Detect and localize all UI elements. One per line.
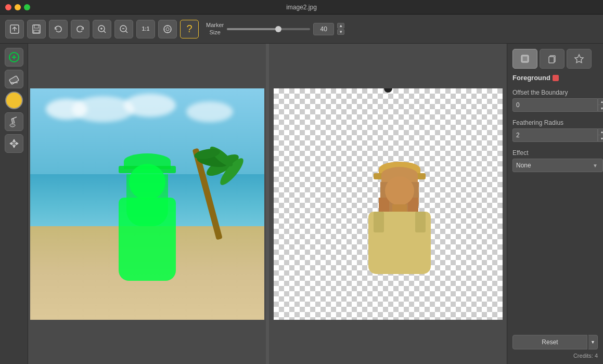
marker-size-down[interactable]: ▼ (337, 29, 344, 35)
preview-image (274, 88, 503, 320)
effect-dropdown-container: None Blur Sharpen ▼ (512, 159, 598, 172)
person-silhouette (358, 153, 441, 309)
window-controls (5, 4, 30, 10)
offset-boundary-label: Offset the Boundary (512, 89, 598, 96)
move-tool[interactable] (5, 134, 23, 153)
marker-size-stepper: ▲ ▼ (337, 23, 344, 35)
add-marker-tool[interactable] (5, 48, 23, 67)
marker-size-up[interactable]: ▲ (337, 23, 344, 29)
reset-dropdown-button[interactable]: ▼ (588, 335, 598, 349)
maximize-button[interactable] (24, 4, 30, 10)
beach-background (30, 88, 264, 320)
svg-rect-4 (34, 30, 39, 33)
green-mask (106, 143, 189, 289)
help-button[interactable]: ? (180, 20, 199, 38)
feathering-radius-input[interactable] (512, 128, 598, 142)
marker-size-slider[interactable] (227, 28, 310, 30)
strap-right (415, 212, 426, 232)
tab-star[interactable] (567, 49, 592, 69)
offset-boundary-input[interactable] (512, 98, 598, 112)
toolbar: 1:1 ? MarkerSize 40 ▲ ▼ (0, 15, 603, 44)
right-image-panel[interactable] (269, 44, 507, 364)
undo-button[interactable] (49, 20, 68, 38)
credits: Credits: 4 (512, 353, 598, 359)
marker-size-label: MarkerSize (206, 22, 224, 35)
offset-boundary-down[interactable]: ▼ (598, 105, 603, 112)
offset-boundary-up[interactable]: ▲ (598, 98, 603, 105)
zoom-in-button[interactable] (93, 20, 111, 38)
feathering-radius-label: Feathering Radius (512, 119, 598, 126)
foreground-label: Foreground (512, 74, 598, 82)
fit-button[interactable] (158, 20, 177, 38)
marker-size-value: 40 (313, 23, 334, 35)
body-green (119, 198, 176, 281)
minimize-button[interactable] (15, 4, 21, 10)
eraser-tool[interactable] (5, 70, 23, 88)
face (385, 176, 414, 205)
redo-button[interactable] (71, 20, 89, 38)
offset-boundary-spinbox: ▲ ▼ (512, 98, 598, 112)
main-area: Foreground Offset the Boundary ▲ ▼ Feath… (0, 44, 603, 364)
tab-layers[interactable] (512, 49, 537, 69)
canvas-area (28, 44, 507, 364)
feathering-radius-up[interactable]: ▲ (598, 128, 603, 135)
feathering-radius-stepper: ▲ ▼ (598, 128, 603, 142)
feathering-radius-down[interactable]: ▼ (598, 135, 603, 142)
reset-row: Reset ▼ (512, 335, 598, 349)
title-bar: image2.jpg (0, 0, 603, 15)
spacer (512, 176, 598, 335)
sidebar-tabs (512, 49, 598, 69)
svg-rect-28 (549, 57, 554, 63)
color-indicator[interactable] (5, 92, 23, 109)
zoom-out-button[interactable] (114, 20, 133, 38)
svg-marker-29 (575, 55, 583, 63)
export-button[interactable] (5, 20, 24, 38)
left-toolbar (0, 44, 28, 364)
feathering-radius-spinbox: ▲ ▼ (512, 128, 598, 142)
foreground-indicator (553, 75, 559, 81)
close-button[interactable] (5, 4, 11, 10)
head-green (129, 164, 165, 200)
svg-point-13 (166, 28, 169, 31)
effect-select[interactable]: None Blur Sharpen (512, 159, 603, 172)
extracted-person (358, 153, 441, 309)
zoom-reset-button[interactable]: 1:1 (136, 20, 155, 38)
svg-rect-26 (522, 56, 528, 61)
left-image-panel[interactable] (28, 44, 266, 364)
svg-point-23 (10, 124, 15, 127)
svg-rect-21 (9, 76, 19, 85)
marker-size-container: MarkerSize 40 ▲ ▼ (206, 22, 344, 35)
original-image (30, 88, 264, 320)
svg-rect-3 (34, 25, 39, 28)
window-title: image2.jpg (286, 4, 317, 11)
reset-button[interactable]: Reset (512, 335, 587, 349)
foreground-text: Foreground (512, 74, 550, 82)
save-button[interactable] (27, 20, 46, 38)
paint-tool[interactable] (5, 112, 23, 131)
offset-boundary-stepper: ▲ ▼ (598, 98, 603, 112)
person-green-overlay (106, 143, 189, 289)
svg-point-12 (164, 25, 171, 33)
right-sidebar: Foreground Offset the Boundary ▲ ▼ Feath… (507, 44, 603, 364)
strap-left (374, 212, 384, 232)
svg-line-11 (126, 31, 128, 33)
svg-line-24 (11, 117, 17, 119)
tab-copy[interactable] (540, 49, 564, 69)
svg-line-8 (104, 31, 106, 33)
effect-label: Effect (512, 149, 598, 157)
